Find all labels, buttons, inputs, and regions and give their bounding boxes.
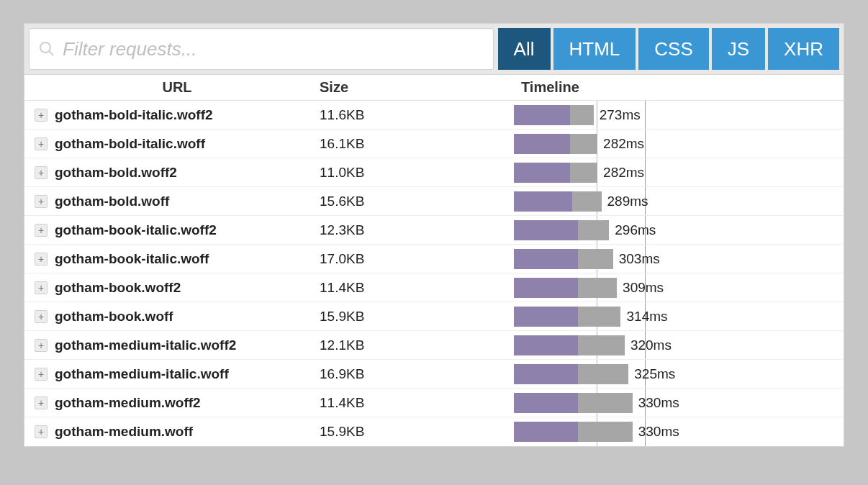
timeline-cell: 282ms — [428, 158, 844, 186]
timing-recv-bar — [570, 134, 597, 154]
cell-url: +gotham-book-italic.woff — [24, 251, 320, 267]
filter-tab-all[interactable]: All — [498, 28, 551, 70]
header-timeline[interactable]: Timeline — [428, 75, 844, 100]
svg-line-1 — [49, 51, 53, 55]
request-size: 12.3KB — [320, 222, 428, 238]
timeline-cell: 325ms — [428, 360, 844, 388]
timing-total-label: 296ms — [615, 222, 656, 238]
timeline-cell: 320ms — [428, 331, 844, 359]
cell-url: +gotham-medium-italic.woff — [24, 366, 320, 382]
timing-total-label: 282ms — [603, 165, 644, 181]
expand-icon[interactable]: + — [35, 339, 48, 352]
timeline-cell: 314ms — [428, 302, 844, 330]
request-row[interactable]: +gotham-book.woff211.4KB309ms — [24, 273, 844, 302]
timing-wait-bar — [514, 278, 578, 298]
request-url: gotham-book.woff2 — [55, 280, 181, 296]
network-panel: AllHTMLCSSJSXHR URL Size Timeline +gotha… — [24, 23, 844, 447]
load-marker — [645, 101, 646, 129]
request-size: 11.4KB — [320, 280, 428, 296]
timing-total-label: 314ms — [627, 309, 668, 325]
cell-url: +gotham-medium.woff2 — [24, 395, 320, 411]
expand-icon[interactable]: + — [35, 253, 48, 266]
timing-wait-bar — [514, 163, 570, 183]
request-size: 15.9KB — [320, 424, 428, 440]
timing-wait-bar — [514, 191, 572, 212]
request-url: gotham-medium.woff — [55, 424, 193, 440]
timing-recv-bar — [578, 307, 620, 327]
timing-total-label: 330ms — [638, 395, 679, 411]
request-size: 17.0KB — [320, 251, 428, 267]
expand-icon[interactable]: + — [35, 281, 48, 294]
expand-icon[interactable]: + — [35, 137, 48, 150]
timeline-cell: 330ms — [428, 389, 844, 417]
request-row[interactable]: +gotham-bold.woff211.0KB282ms — [24, 158, 844, 187]
request-row[interactable]: +gotham-book-italic.woff212.3KB296ms — [24, 216, 844, 245]
expand-icon[interactable]: + — [35, 396, 48, 409]
cell-url: +gotham-book.woff2 — [24, 280, 320, 296]
request-url: gotham-bold.woff — [55, 194, 169, 209]
request-url: gotham-medium-italic.woff — [55, 366, 229, 382]
expand-icon[interactable]: + — [35, 166, 48, 179]
request-rows: +gotham-bold-italic.woff211.6KB273ms+got… — [24, 101, 844, 446]
request-size: 15.9KB — [320, 309, 428, 325]
timing-wait-bar — [514, 422, 578, 442]
header-url[interactable]: URL — [24, 75, 320, 100]
expand-icon[interactable]: + — [35, 425, 48, 438]
expand-icon[interactable]: + — [35, 368, 48, 381]
filter-tab-css[interactable]: CSS — [638, 28, 708, 70]
request-row[interactable]: +gotham-bold-italic.woff16.1KB282ms — [24, 130, 844, 158]
filter-tab-html[interactable]: HTML — [553, 28, 636, 70]
request-url: gotham-book-italic.woff — [55, 251, 209, 267]
timing-wait-bar — [514, 220, 578, 240]
request-row[interactable]: +gotham-book-italic.woff17.0KB303ms — [24, 245, 844, 273]
timeline-cell: 303ms — [428, 245, 844, 273]
request-row[interactable]: +gotham-bold-italic.woff211.6KB273ms — [24, 101, 844, 130]
request-size: 11.0KB — [320, 165, 428, 181]
header-size[interactable]: Size — [320, 75, 428, 100]
search-icon — [38, 40, 55, 58]
request-row[interactable]: +gotham-medium.woff211.4KB330ms — [24, 389, 844, 417]
request-size: 11.6KB — [320, 107, 428, 123]
request-url: gotham-book-italic.woff2 — [55, 222, 217, 238]
filter-tab-js[interactable]: JS — [712, 28, 765, 70]
expand-icon[interactable]: + — [35, 310, 48, 323]
timing-total-label: 273ms — [600, 107, 641, 123]
request-row[interactable]: +gotham-medium-italic.woff16.9KB325ms — [24, 360, 844, 389]
timing-total-label: 289ms — [607, 194, 648, 209]
timing-recv-bar — [570, 163, 597, 183]
timing-wait-bar — [514, 393, 578, 413]
request-row[interactable]: +gotham-medium-italic.woff212.1KB320ms — [24, 331, 844, 360]
cell-url: +gotham-bold-italic.woff — [24, 136, 320, 152]
request-size: 11.4KB — [320, 395, 428, 411]
expand-icon[interactable]: + — [35, 224, 48, 237]
cell-url: +gotham-book.woff — [24, 309, 320, 325]
timeline-cell: 309ms — [428, 273, 844, 302]
filter-tab-xhr[interactable]: XHR — [768, 28, 839, 70]
timing-recv-bar — [578, 335, 625, 355]
timing-recv-bar — [570, 105, 593, 125]
search-field-wrap[interactable] — [29, 28, 494, 70]
filter-input[interactable] — [63, 38, 484, 60]
request-url: gotham-bold.woff2 — [55, 165, 177, 181]
expand-icon[interactable]: + — [35, 195, 48, 208]
request-size: 16.1KB — [320, 136, 428, 152]
timing-wait-bar — [514, 335, 578, 355]
request-url: gotham-medium.woff2 — [55, 395, 201, 411]
request-row[interactable]: +gotham-bold.woff15.6KB289ms — [24, 187, 844, 216]
request-row[interactable]: +gotham-medium.woff15.9KB330ms — [24, 417, 844, 446]
timing-wait-bar — [514, 364, 578, 384]
timing-wait-bar — [514, 249, 578, 269]
request-size: 16.9KB — [320, 366, 428, 382]
expand-icon[interactable]: + — [35, 109, 48, 122]
timing-recv-bar — [572, 191, 602, 212]
request-row[interactable]: +gotham-book.woff15.9KB314ms — [24, 302, 844, 331]
timeline-cell: 282ms — [428, 130, 844, 158]
cell-url: +gotham-medium.woff — [24, 424, 320, 440]
timing-recv-bar — [578, 364, 628, 384]
toolbar: AllHTMLCSSJSXHR — [24, 24, 844, 75]
request-url: gotham-bold-italic.woff — [55, 136, 205, 152]
filter-tabs: AllHTMLCSSJSXHR — [498, 28, 839, 70]
table-header: URL Size Timeline — [24, 75, 844, 101]
timing-recv-bar — [578, 393, 633, 413]
cell-url: +gotham-bold.woff — [24, 194, 320, 209]
